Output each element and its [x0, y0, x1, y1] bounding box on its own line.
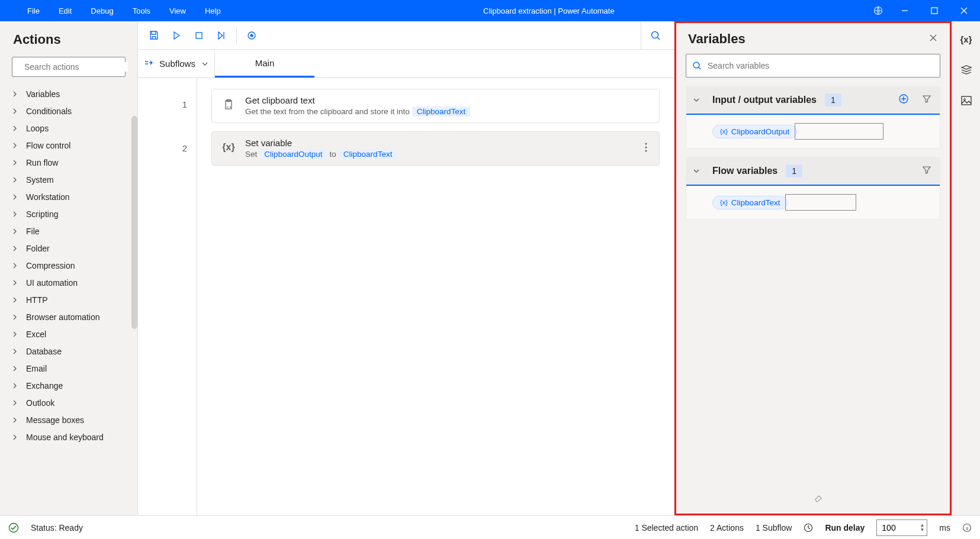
search-actions-input[interactable] [24, 62, 128, 72]
io-variable-row[interactable]: {x} ClipboardOutput [712, 123, 914, 140]
maximize-button[interactable] [921, 0, 948, 21]
variable-icon: {x} [720, 199, 728, 206]
tab-main[interactable]: Main [215, 50, 314, 78]
flow-section-title: Flow variables [712, 166, 777, 176]
environment-badge[interactable] [867, 6, 889, 15]
category-mouse-and-keyboard[interactable]: Mouse and keyboard [0, 428, 137, 446]
category-outlook[interactable]: Outlook [0, 394, 137, 411]
category-label: Folder [26, 244, 50, 253]
action-card[interactable]: {x}Set variableSet ClipboardOutput to Cl… [211, 131, 660, 166]
search-variables-box[interactable] [686, 54, 940, 78]
category-workstation[interactable]: Workstation [0, 188, 137, 205]
run-delay-input[interactable]: ▲▼ [876, 519, 927, 536]
delay-spinner[interactable]: ▲▼ [920, 523, 924, 532]
right-rail: {x} [952, 21, 980, 515]
info-icon[interactable] [962, 523, 972, 532]
line-gutter: 12 [138, 78, 197, 515]
category-database[interactable]: Database [0, 343, 137, 360]
search-flow-button[interactable] [641, 21, 669, 50]
record-button[interactable] [240, 24, 263, 47]
action-card[interactable]: Get clipboard textGet the text from the … [211, 89, 660, 123]
category-http[interactable]: HTTP [0, 291, 137, 308]
chevron-right-icon [12, 246, 18, 251]
chevron-right-icon [12, 280, 18, 286]
category-exchange[interactable]: Exchange [0, 377, 137, 394]
menu-tools[interactable]: Tools [123, 0, 160, 21]
search-variables-input[interactable] [708, 61, 934, 70]
category-loops[interactable]: Loops [0, 120, 137, 137]
chevron-right-icon [12, 314, 18, 320]
io-section-header[interactable]: Input / output variables 1 [686, 86, 940, 115]
chevron-right-icon [12, 417, 18, 423]
more-button[interactable] [641, 139, 651, 158]
eraser-icon[interactable] [813, 492, 824, 505]
filter-button[interactable] [920, 163, 934, 179]
category-scripting[interactable]: Scripting [0, 205, 137, 222]
category-file[interactable]: File [0, 222, 137, 240]
category-compression[interactable]: Compression [0, 257, 137, 274]
designer-area: Subflows Main 12 Get clipboard textGet t… [138, 21, 674, 515]
toolbar [138, 21, 674, 50]
variable-name: ClipboardText [731, 198, 780, 207]
step-button[interactable] [210, 24, 233, 47]
variable-value-box[interactable] [795, 123, 883, 140]
run-button[interactable] [165, 24, 188, 47]
close-panel-button[interactable] [928, 33, 938, 45]
chevron-down-icon [692, 96, 701, 104]
variable-icon: {x} [720, 128, 728, 135]
category-label: Scripting [26, 209, 58, 219]
flow-section-header[interactable]: Flow variables 1 [686, 157, 940, 186]
run-delay-field[interactable] [882, 523, 911, 532]
category-label: File [26, 227, 40, 236]
category-flow-control[interactable]: Flow control [0, 137, 137, 154]
variables-rail-button[interactable]: {x} [957, 30, 976, 49]
variable-pill[interactable]: {x} ClipboardText [712, 196, 788, 209]
category-label: Flow control [26, 141, 70, 150]
minimize-button[interactable] [891, 0, 918, 21]
menu-debug[interactable]: Debug [81, 0, 123, 21]
category-email[interactable]: Email [0, 360, 137, 377]
category-browser-automation[interactable]: Browser automation [0, 308, 137, 325]
status-text: Status: Ready [31, 523, 83, 532]
category-message-boxes[interactable]: Message boxes [0, 411, 137, 428]
variable-name: ClipboardOutput [731, 127, 789, 136]
images-rail-button[interactable] [957, 91, 976, 110]
category-system[interactable]: System [0, 171, 137, 188]
run-delay-label: Run delay [825, 523, 865, 532]
variable-chip: ClipboardText [412, 106, 471, 117]
category-label: HTTP [26, 295, 48, 305]
variable-chip: ClipboardOutput [259, 149, 327, 159]
variable-value-box[interactable] [785, 194, 856, 211]
statusbar: Status: Ready 1 Selected action 2 Action… [0, 515, 980, 539]
clock-icon [804, 523, 813, 532]
stop-button[interactable] [188, 24, 210, 47]
variable-pill[interactable]: {x} ClipboardOutput [712, 125, 797, 138]
menu-view[interactable]: View [160, 0, 195, 21]
category-label: Workstation [26, 192, 70, 202]
layers-rail-button[interactable] [957, 60, 976, 79]
menu-help[interactable]: Help [195, 0, 230, 21]
category-excel[interactable]: Excel [0, 325, 137, 343]
menu-edit[interactable]: Edit [49, 0, 81, 21]
subflows-dropdown[interactable]: Subflows [138, 50, 215, 78]
flow-variable-row[interactable]: {x} ClipboardText [712, 194, 914, 211]
category-folder[interactable]: Folder [0, 240, 137, 257]
close-button[interactable] [950, 0, 978, 21]
variable-chip: ClipboardText [339, 149, 397, 159]
filter-button[interactable] [920, 92, 934, 108]
save-button[interactable] [143, 24, 165, 47]
add-variable-button[interactable] [896, 91, 911, 109]
category-ui-automation[interactable]: UI automation [0, 274, 137, 291]
svg-point-10 [645, 147, 647, 149]
menu-file[interactable]: File [18, 0, 49, 21]
category-run-flow[interactable]: Run flow [0, 154, 137, 171]
chevron-right-icon [12, 125, 18, 131]
window-title: Clipboard extraction | Power Automate [230, 7, 867, 15]
chevron-right-icon [12, 228, 18, 234]
search-actions-box[interactable] [12, 57, 126, 77]
category-variables[interactable]: Variables [0, 85, 137, 102]
variable-icon: {x} [220, 139, 237, 156]
category-conditionals[interactable]: Conditionals [0, 102, 137, 120]
category-label: UI automation [26, 278, 78, 288]
sidebar-scrollbar[interactable] [131, 116, 137, 329]
